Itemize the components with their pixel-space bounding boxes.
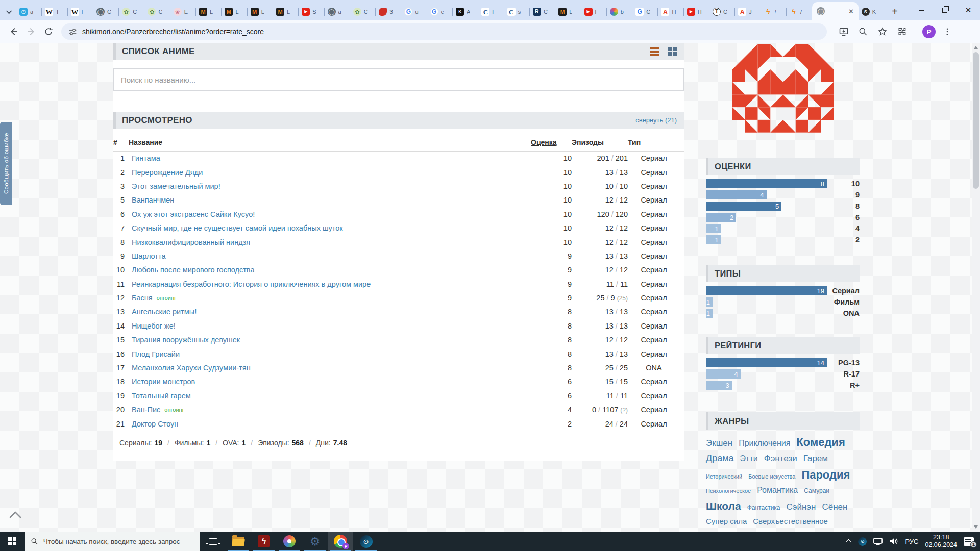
profile-avatar[interactable]: P xyxy=(922,25,936,38)
steam-tray-icon[interactable]: ⊙ xyxy=(858,537,867,546)
genre-link[interactable]: Школа xyxy=(706,500,741,512)
task-view-button[interactable] xyxy=(200,532,226,551)
browser-tab[interactable]: ◯a xyxy=(325,3,350,20)
anime-title-link[interactable]: Низкоквалифицированный ниндзя xyxy=(132,238,250,246)
genre-link[interactable]: Боевые искусства xyxy=(748,473,795,480)
browser-tab[interactable]: ϟ/ xyxy=(787,3,812,20)
browser-tab[interactable]: ML xyxy=(248,3,273,20)
anime-title-link[interactable]: Басня xyxy=(132,294,153,302)
genre-link[interactable]: Комедия xyxy=(796,436,845,448)
genre-link[interactable]: Сэйнэн xyxy=(787,502,816,512)
anime-title-link[interactable]: Гинтама xyxy=(132,154,160,162)
scroll-down-arrow[interactable] xyxy=(974,525,978,529)
genre-link[interactable]: Фантастика xyxy=(747,505,780,512)
anime-title-link[interactable]: Нищебог же! xyxy=(132,322,176,330)
browser-tab[interactable]: ❀E xyxy=(170,3,196,20)
browser-tab[interactable]: RC xyxy=(530,3,555,20)
anime-title-link[interactable]: Скучный мир, где не существует самой иде… xyxy=(132,224,343,232)
anime-title-link[interactable]: Тирания вооружённых девушек xyxy=(132,336,240,344)
new-tab-button[interactable]: + xyxy=(887,4,902,19)
taskbar-explorer-button[interactable] xyxy=(226,532,251,551)
bar-category-label[interactable]: 6 xyxy=(827,213,860,221)
start-button[interactable] xyxy=(0,532,24,551)
bar-category-label[interactable]: 10 xyxy=(827,180,860,188)
collapse-link[interactable]: свернуть (21) xyxy=(635,116,677,124)
install-app-button[interactable] xyxy=(836,24,851,39)
taskbar-downloader-button[interactable]: ϟ xyxy=(251,532,277,551)
browser-tab[interactable]: TC xyxy=(709,3,735,20)
browser-tab[interactable]: ▶F xyxy=(581,3,607,20)
active-tab[interactable]: ◯✕ xyxy=(812,2,859,20)
close-window-button[interactable]: ✕ xyxy=(957,0,980,20)
anime-title-link[interactable]: Доктор Стоун xyxy=(132,420,178,428)
bar-category-label[interactable]: 8 xyxy=(827,202,860,210)
tab-search-button[interactable] xyxy=(3,3,16,20)
genre-link[interactable]: Исторический xyxy=(706,473,742,480)
browser-tab[interactable]: З xyxy=(376,3,401,20)
genre-link[interactable]: Самураи xyxy=(804,488,829,495)
search-input[interactable] xyxy=(113,68,684,91)
column-header-score[interactable]: Оценка xyxy=(531,135,572,152)
browser-tab[interactable]: CF xyxy=(478,3,504,20)
network-icon[interactable] xyxy=(873,538,883,545)
maximize-button[interactable] xyxy=(933,0,957,20)
browser-tab[interactable]: Gu xyxy=(401,3,427,20)
anime-title-link[interactable]: Этот замечательный мир! xyxy=(132,182,220,190)
genre-link[interactable]: Экшен xyxy=(706,438,732,448)
genre-link[interactable]: Фэнтези xyxy=(764,454,797,464)
browser-tab[interactable]: ▶H xyxy=(684,3,709,20)
browser-tab[interactable]: GC xyxy=(632,3,658,20)
genre-link[interactable]: Пародия xyxy=(801,468,850,481)
browser-tab[interactable]: ◷a xyxy=(16,3,42,20)
browser-tab[interactable]: ✿C xyxy=(144,3,170,20)
scroll-up-arrow[interactable] xyxy=(974,46,978,49)
browser-tab[interactable]: AH xyxy=(658,3,683,20)
genre-link[interactable]: Романтика xyxy=(757,486,798,495)
browser-tab[interactable]: WГ xyxy=(68,3,93,20)
anime-title-link[interactable]: Истории монстров xyxy=(132,378,195,386)
genre-link[interactable]: Супер сила xyxy=(706,517,747,525)
genre-link[interactable]: Сверхъестественное xyxy=(753,517,828,525)
reload-button[interactable] xyxy=(40,23,57,40)
anime-title-link[interactable]: Любовь после мирового господства xyxy=(132,266,254,274)
browser-tab[interactable]: ✿C xyxy=(350,3,376,20)
anime-title-link[interactable]: Ангельские ритмы! xyxy=(132,308,197,316)
browser-tab[interactable]: KA xyxy=(453,3,478,20)
browser-tab[interactable]: ϟ/ xyxy=(761,3,787,20)
anime-title-link[interactable]: Плод Грисайи xyxy=(132,350,180,358)
report-error-button[interactable]: Сообщить об ошибке xyxy=(0,122,12,205)
bar-category-label[interactable]: Фильм xyxy=(827,298,860,306)
extensions-button[interactable] xyxy=(894,24,910,39)
taskbar-steam-button[interactable]: ⊙ xyxy=(353,532,379,551)
genre-link[interactable]: Психологическое xyxy=(706,488,751,494)
anime-title-link[interactable]: Тотальный гарем xyxy=(132,392,191,400)
taskbar-chrome-button[interactable]: P xyxy=(328,532,353,551)
genre-link[interactable]: Драма xyxy=(706,453,734,464)
browser-tab[interactable]: WT xyxy=(42,3,67,20)
genre-link[interactable]: Сёнен xyxy=(822,502,847,512)
bar-category-label[interactable]: R-17 xyxy=(827,370,860,378)
back-button[interactable] xyxy=(5,23,22,40)
anime-title-link[interactable]: Ох уж этот экстрасенс Сайки Кусуо! xyxy=(132,210,255,218)
browser-tab[interactable]: ✿C xyxy=(119,3,144,20)
browser-menu-button[interactable] xyxy=(940,24,955,39)
browser-tab[interactable]: Cs xyxy=(504,3,530,20)
anime-title-link[interactable]: Перерождение Дяди xyxy=(132,168,203,177)
anime-title-link[interactable]: Меланхолия Харухи Судзумии-тян xyxy=(132,364,251,372)
notification-center-button[interactable]: 1 xyxy=(964,537,974,546)
address-bar[interactable]: shikimori.one/Panzerbrecher/list/anime?o… xyxy=(61,23,827,40)
browser-tab[interactable]: SK xyxy=(859,3,884,20)
minimize-button[interactable] xyxy=(910,0,933,20)
list-view-icon[interactable] xyxy=(650,47,659,56)
genre-link[interactable]: Гарем xyxy=(803,454,828,464)
bookmark-button[interactable] xyxy=(875,24,890,39)
language-indicator[interactable]: РУС xyxy=(905,538,918,545)
anime-title-link[interactable]: Реинкарнация безработного: История о при… xyxy=(132,280,371,288)
browser-tab[interactable]: ▶S xyxy=(299,3,324,20)
back-to-top-button[interactable] xyxy=(7,508,23,521)
tray-expand-chevron-icon[interactable] xyxy=(846,539,851,545)
speaker-icon[interactable] xyxy=(889,537,898,545)
anime-title-link[interactable]: Ванпанчмен xyxy=(132,196,174,204)
zoom-button[interactable] xyxy=(855,24,871,39)
taskbar-paint-app-button[interactable] xyxy=(277,532,302,551)
